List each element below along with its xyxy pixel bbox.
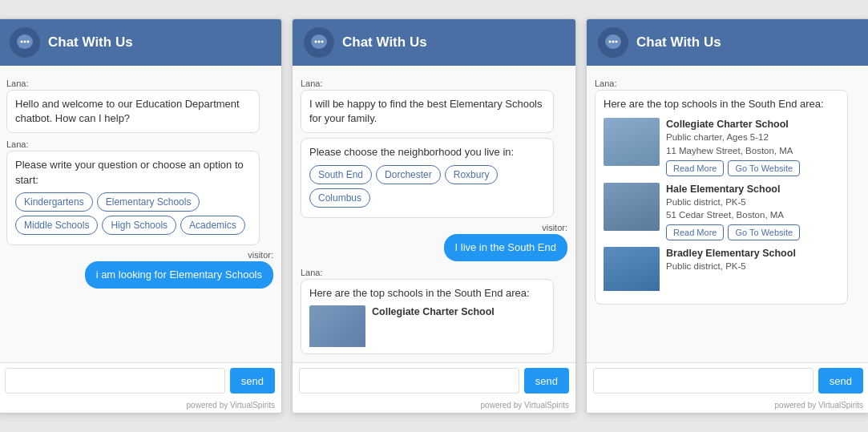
svg-point-5 (315, 41, 317, 43)
visitor-bubble-1: i am looking for Elementary Schools (85, 261, 273, 289)
school-name-2: Hale Elementary School (666, 183, 839, 196)
bot-msg-3: Here are the top schools in the South En… (595, 90, 848, 305)
school-name-3: Bradley Elementary School (666, 247, 839, 260)
option-roxbury[interactable]: Roxbury (445, 165, 499, 184)
school-img-1 (604, 118, 660, 166)
option-columbus[interactable]: Columbus (309, 188, 370, 208)
svg-point-7 (321, 41, 324, 43)
chat-header-3: Chat With Us (587, 19, 868, 66)
school-actions-2: Read More Go To Website (666, 224, 839, 240)
svg-point-11 (616, 41, 618, 43)
lana-label-2a: Lana: (301, 79, 567, 88)
lana-label-1a: Lana: (6, 79, 273, 88)
option-middle[interactable]: Middle Schools (15, 216, 98, 235)
school-name-partial: Collegiate Charter School (372, 305, 545, 318)
option-buttons-1: Kindergartens Elementary Schools Middle … (15, 192, 251, 235)
school-type-3: Public district, PK-5 (666, 260, 839, 273)
option-dorchester[interactable]: Dorchester (376, 165, 441, 184)
chat-footer-1: send (0, 362, 281, 398)
chat-icon-3 (598, 27, 628, 58)
option-academics[interactable]: Academics (180, 216, 245, 235)
school-info-1: Collegiate Charter School Public charter… (666, 118, 839, 176)
svg-point-9 (609, 41, 612, 43)
lana-label-1b: Lana: (6, 139, 273, 149)
chat-title-2: Chat With Us (342, 34, 427, 50)
chat-icon-1 (10, 27, 40, 58)
chat-input-3[interactable] (593, 368, 813, 394)
send-button-3[interactable]: send (818, 368, 863, 394)
bot-msg-1a: Hello and welcome to our Education Depar… (6, 90, 260, 133)
school-type-2: Public district, PK-5 (666, 196, 839, 208)
bot-msg-2b: Please choose the neighborhood you live … (301, 138, 554, 217)
go-to-website-2[interactable]: Go To Website (728, 224, 800, 240)
school-img-partial (309, 305, 365, 347)
school-img-2 (604, 183, 660, 231)
chat-header-1: Chat With Us (0, 19, 281, 66)
school-type-1: Public charter, Ages 5-12 (666, 131, 839, 143)
option-high[interactable]: High Schools (102, 216, 176, 235)
chat-input-2[interactable] (299, 368, 519, 394)
neighborhood-options: South End Dorchester Roxbury Columbus (309, 165, 545, 208)
chat-body-1: Lana: Hello and welcome to our Education… (0, 66, 281, 362)
svg-point-6 (318, 41, 321, 43)
chat-body-2: Lana: I will be happy to find the best E… (293, 66, 575, 362)
school-card-3: Bradley Elementary School Public distric… (604, 247, 839, 291)
powered-by-3: powered by VirtualSpirits (587, 398, 868, 413)
chat-input-1[interactable] (5, 368, 225, 394)
chat-body-3: Lana: Here are the top schools in the So… (587, 66, 868, 362)
chat-title-1: Chat With Us (48, 34, 133, 50)
school-info-2: Hale Elementary School Public district, … (666, 183, 839, 240)
read-more-1[interactable]: Read More (666, 160, 724, 176)
chat-title-3: Chat With Us (636, 34, 721, 50)
option-south-end[interactable]: South End (309, 165, 372, 184)
powered-by-1: powered by VirtualSpirits (0, 398, 281, 413)
chat-footer-3: send (587, 362, 868, 398)
svg-point-3 (27, 41, 30, 43)
school-img-3 (604, 247, 660, 291)
school-address-1: 11 Mayhew Street, Boston, MA (666, 144, 839, 157)
chat-icon-2 (304, 27, 334, 58)
bot-msg-1b: Please write your question or choose an … (6, 151, 260, 244)
go-to-website-1[interactable]: Go To Website (728, 160, 800, 176)
powered-by-2: powered by VirtualSpirits (293, 398, 575, 413)
chat-footer-2: send (293, 362, 575, 398)
visitor-label-1: visitor: (248, 250, 273, 260)
option-kindergartens[interactable]: Kindergartens (15, 192, 93, 212)
visitor-row-1: visitor: i am looking for Elementary Sch… (6, 250, 273, 289)
svg-point-2 (24, 41, 26, 43)
send-button-2[interactable]: send (524, 368, 569, 394)
visitor-row-2: visitor: I live in the South End (301, 223, 567, 261)
chat-header-2: Chat With Us (293, 19, 575, 66)
partial-school-card: Collegiate Charter School (309, 305, 545, 347)
bot-msg-2c: Here are the top schools in the South En… (301, 279, 554, 354)
lana-label-2b: Lana: (301, 268, 567, 277)
bot-msg-2a: I will be happy to find the best Element… (301, 90, 554, 133)
visitor-bubble-2: I live in the South End (444, 234, 567, 261)
visitor-label-2: visitor: (542, 223, 567, 232)
school-actions-1: Read More Go To Website (666, 160, 839, 176)
svg-point-10 (612, 41, 615, 43)
chat-widget-2: Chat With Us Lana: I will be happy to fi… (292, 18, 576, 414)
school-address-2: 51 Cedar Street, Boston, MA (666, 208, 839, 221)
school-info-3: Bradley Elementary School Public distric… (666, 247, 839, 273)
chat-widget-3: Chat With Us Lana: Here are the top scho… (586, 18, 868, 414)
read-more-2[interactable]: Read More (666, 224, 724, 240)
lana-label-3: Lana: (595, 79, 862, 88)
send-button-1[interactable]: send (230, 368, 275, 394)
school-info-partial: Collegiate Charter School (372, 305, 545, 318)
school-card-1: Collegiate Charter School Public charter… (604, 118, 839, 176)
school-name-1: Collegiate Charter School (666, 118, 839, 131)
svg-point-1 (21, 41, 23, 43)
option-elementary[interactable]: Elementary Schools (97, 192, 200, 212)
chat-widget-1: Chat With Us Lana: Hello and welcome to … (0, 18, 282, 414)
school-card-2: Hale Elementary School Public district, … (604, 183, 839, 240)
